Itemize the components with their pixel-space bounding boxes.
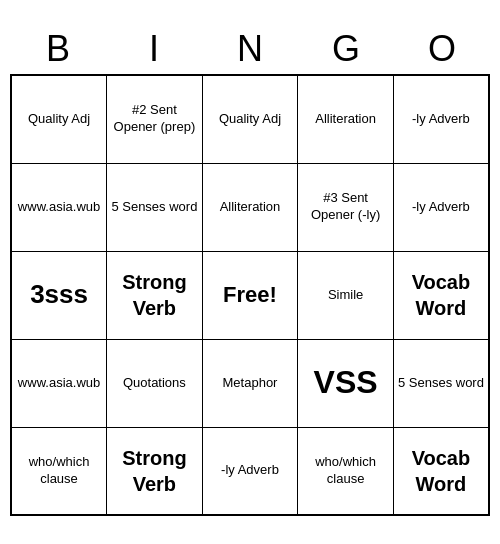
grid-cell-0-0: Quality Adj bbox=[11, 75, 107, 163]
grid-cell-2-4: Vocab Word bbox=[393, 251, 489, 339]
bingo-container: BINGO Quality Adj#2 Sent Opener (prep)Qu… bbox=[10, 28, 490, 516]
grid-cell-4-0: who/which clause bbox=[11, 427, 107, 515]
bingo-letter-i: I bbox=[106, 28, 202, 70]
bingo-letter-o: O bbox=[394, 28, 490, 70]
grid-cell-2-3: Simile bbox=[298, 251, 394, 339]
grid-row-0: Quality Adj#2 Sent Opener (prep)Quality … bbox=[11, 75, 489, 163]
bingo-header: BINGO bbox=[10, 28, 490, 70]
grid-row-2: 3sssStrong VerbFree!SimileVocab Word bbox=[11, 251, 489, 339]
bingo-letter-g: G bbox=[298, 28, 394, 70]
grid-cell-3-4: 5 Senses word bbox=[393, 339, 489, 427]
grid-cell-4-3: who/which clause bbox=[298, 427, 394, 515]
grid-cell-4-4: Vocab Word bbox=[393, 427, 489, 515]
bingo-grid: Quality Adj#2 Sent Opener (prep)Quality … bbox=[10, 74, 490, 516]
grid-row-3: www.asia.wubQuotationsMetaphorVSS5 Sense… bbox=[11, 339, 489, 427]
grid-cell-1-4: -ly Adverb bbox=[393, 163, 489, 251]
grid-cell-2-0: 3sss bbox=[11, 251, 107, 339]
grid-cell-3-0: www.asia.wub bbox=[11, 339, 107, 427]
bingo-letter-b: B bbox=[10, 28, 106, 70]
grid-cell-0-2: Quality Adj bbox=[202, 75, 298, 163]
bingo-letter-n: N bbox=[202, 28, 298, 70]
grid-cell-4-2: -ly Adverb bbox=[202, 427, 298, 515]
grid-cell-2-1: Strong Verb bbox=[107, 251, 203, 339]
grid-row-4: who/which clauseStrong Verb-ly Adverbwho… bbox=[11, 427, 489, 515]
grid-cell-3-3: VSS bbox=[298, 339, 394, 427]
grid-cell-0-3: Alliteration bbox=[298, 75, 394, 163]
grid-cell-1-2: Alliteration bbox=[202, 163, 298, 251]
grid-cell-2-2: Free! bbox=[202, 251, 298, 339]
grid-cell-0-4: -ly Adverb bbox=[393, 75, 489, 163]
grid-cell-0-1: #2 Sent Opener (prep) bbox=[107, 75, 203, 163]
grid-cell-3-2: Metaphor bbox=[202, 339, 298, 427]
grid-cell-1-0: www.asia.wub bbox=[11, 163, 107, 251]
grid-row-1: www.asia.wub5 Senses wordAlliteration#3 … bbox=[11, 163, 489, 251]
grid-cell-3-1: Quotations bbox=[107, 339, 203, 427]
grid-cell-4-1: Strong Verb bbox=[107, 427, 203, 515]
grid-cell-1-3: #3 Sent Opener (-ly) bbox=[298, 163, 394, 251]
grid-cell-1-1: 5 Senses word bbox=[107, 163, 203, 251]
